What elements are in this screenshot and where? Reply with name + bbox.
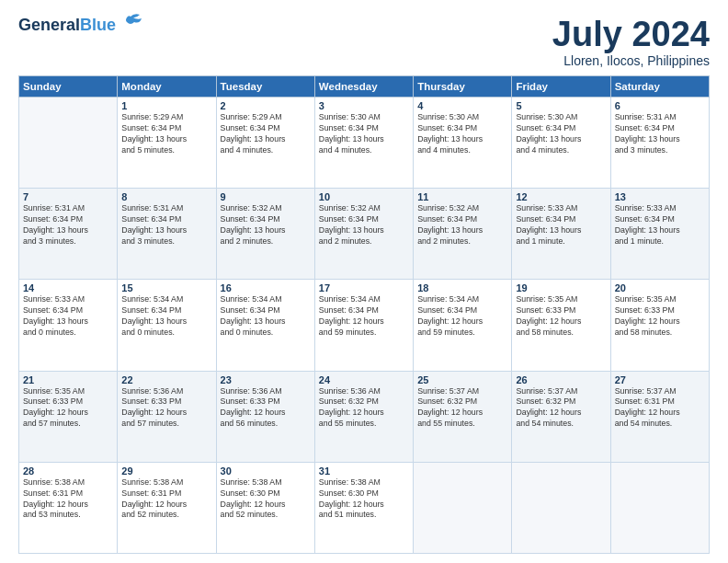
day-info: Sunrise: 5:32 AM Sunset: 6:34 PM Dayligh… [319, 203, 409, 247]
day-number: 17 [319, 282, 409, 293]
calendar-day-cell: 23Sunrise: 5:36 AM Sunset: 6:33 PM Dayli… [216, 371, 314, 462]
day-number: 30 [221, 465, 311, 477]
weekday-header: Monday [118, 76, 216, 98]
calendar-day-cell: 15Sunrise: 5:34 AM Sunset: 6:34 PM Dayli… [118, 280, 216, 371]
calendar-day-cell: 25Sunrise: 5:37 AM Sunset: 6:32 PM Dayli… [414, 371, 512, 462]
page-header: GeneralBlue July 2024 Lloren, Ilocos, Ph… [18, 17, 710, 68]
calendar-day-cell: 14Sunrise: 5:33 AM Sunset: 6:34 PM Dayli… [19, 280, 118, 371]
day-info: Sunrise: 5:34 AM Sunset: 6:34 PM Dayligh… [221, 294, 311, 339]
calendar-day-cell [414, 462, 512, 553]
calendar-table: SundayMondayTuesdayWednesdayThursdayFrid… [18, 75, 710, 554]
day-info: Sunrise: 5:38 AM Sunset: 6:31 PM Dayligh… [23, 477, 113, 522]
calendar-day-cell: 11Sunrise: 5:32 AM Sunset: 6:34 PM Dayli… [414, 189, 512, 280]
day-info: Sunrise: 5:37 AM Sunset: 6:32 PM Dayligh… [417, 386, 507, 431]
calendar-day-cell: 5Sunrise: 5:30 AM Sunset: 6:34 PM Daylig… [512, 98, 610, 189]
calendar-week-row: 7Sunrise: 5:31 AM Sunset: 6:34 PM Daylig… [19, 189, 710, 280]
weekday-header: Friday [512, 76, 610, 98]
calendar-day-cell: 7Sunrise: 5:31 AM Sunset: 6:34 PM Daylig… [19, 189, 118, 280]
day-info: Sunrise: 5:33 AM Sunset: 6:34 PM Dayligh… [516, 203, 606, 247]
calendar-day-cell: 4Sunrise: 5:30 AM Sunset: 6:34 PM Daylig… [414, 98, 512, 189]
calendar-day-cell: 12Sunrise: 5:33 AM Sunset: 6:34 PM Dayli… [512, 189, 610, 280]
day-number: 15 [121, 282, 211, 293]
day-number: 21 [23, 374, 113, 385]
day-number: 20 [615, 282, 705, 293]
day-number: 16 [221, 282, 311, 293]
day-number: 4 [417, 100, 507, 111]
calendar-day-cell: 13Sunrise: 5:33 AM Sunset: 6:34 PM Dayli… [610, 189, 709, 280]
day-number: 29 [121, 465, 211, 477]
day-info: Sunrise: 5:35 AM Sunset: 6:33 PM Dayligh… [516, 294, 606, 339]
day-number: 28 [23, 465, 113, 477]
calendar-day-cell: 28Sunrise: 5:38 AM Sunset: 6:31 PM Dayli… [19, 462, 118, 553]
day-info: Sunrise: 5:38 AM Sunset: 6:31 PM Dayligh… [121, 477, 211, 522]
weekday-header: Wednesday [314, 76, 413, 98]
logo-text: GeneralBlue [18, 17, 116, 35]
day-number: 1 [121, 100, 211, 111]
day-info: Sunrise: 5:32 AM Sunset: 6:34 PM Dayligh… [221, 203, 311, 247]
calendar-day-cell [19, 98, 118, 189]
day-info: Sunrise: 5:36 AM Sunset: 6:33 PM Dayligh… [221, 386, 311, 431]
day-info: Sunrise: 5:36 AM Sunset: 6:32 PM Dayligh… [319, 386, 409, 431]
calendar-day-cell: 9Sunrise: 5:32 AM Sunset: 6:34 PM Daylig… [216, 189, 314, 280]
calendar-day-cell: 21Sunrise: 5:35 AM Sunset: 6:33 PM Dayli… [19, 371, 118, 462]
day-info: Sunrise: 5:34 AM Sunset: 6:34 PM Dayligh… [417, 294, 507, 339]
day-info: Sunrise: 5:32 AM Sunset: 6:34 PM Dayligh… [417, 203, 507, 247]
weekday-header: Saturday [610, 76, 709, 98]
day-number: 8 [121, 191, 211, 202]
day-info: Sunrise: 5:33 AM Sunset: 6:34 PM Dayligh… [615, 203, 705, 247]
day-number: 19 [516, 282, 606, 293]
day-number: 9 [221, 191, 311, 202]
day-number: 23 [221, 374, 311, 385]
calendar-day-cell: 10Sunrise: 5:32 AM Sunset: 6:34 PM Dayli… [314, 189, 413, 280]
day-number: 24 [319, 374, 409, 385]
day-number: 3 [319, 100, 409, 111]
month-title: July 2024 [552, 17, 710, 52]
day-info: Sunrise: 5:38 AM Sunset: 6:30 PM Dayligh… [319, 477, 409, 522]
day-info: Sunrise: 5:34 AM Sunset: 6:34 PM Dayligh… [319, 294, 409, 339]
calendar-week-row: 21Sunrise: 5:35 AM Sunset: 6:33 PM Dayli… [19, 371, 710, 462]
day-info: Sunrise: 5:35 AM Sunset: 6:33 PM Dayligh… [615, 294, 705, 339]
calendar-day-cell: 24Sunrise: 5:36 AM Sunset: 6:32 PM Dayli… [314, 371, 413, 462]
calendar-header-row: SundayMondayTuesdayWednesdayThursdayFrid… [19, 76, 710, 98]
day-number: 31 [319, 465, 409, 477]
day-number: 2 [221, 100, 311, 111]
day-info: Sunrise: 5:33 AM Sunset: 6:34 PM Dayligh… [23, 294, 113, 339]
logo-bird-icon [118, 13, 143, 33]
calendar-day-cell: 2Sunrise: 5:29 AM Sunset: 6:34 PM Daylig… [216, 98, 314, 189]
calendar-day-cell: 19Sunrise: 5:35 AM Sunset: 6:33 PM Dayli… [512, 280, 610, 371]
calendar-day-cell: 27Sunrise: 5:37 AM Sunset: 6:31 PM Dayli… [610, 371, 709, 462]
day-info: Sunrise: 5:37 AM Sunset: 6:32 PM Dayligh… [516, 386, 606, 431]
calendar-day-cell: 18Sunrise: 5:34 AM Sunset: 6:34 PM Dayli… [414, 280, 512, 371]
day-info: Sunrise: 5:31 AM Sunset: 6:34 PM Dayligh… [121, 203, 211, 247]
calendar-day-cell: 16Sunrise: 5:34 AM Sunset: 6:34 PM Dayli… [216, 280, 314, 371]
day-number: 14 [23, 282, 113, 293]
calendar-day-cell: 3Sunrise: 5:30 AM Sunset: 6:34 PM Daylig… [314, 98, 413, 189]
weekday-header: Sunday [19, 76, 118, 98]
day-number: 7 [23, 191, 113, 202]
calendar-day-cell: 29Sunrise: 5:38 AM Sunset: 6:31 PM Dayli… [118, 462, 216, 553]
day-number: 10 [319, 191, 409, 202]
calendar-week-row: 28Sunrise: 5:38 AM Sunset: 6:31 PM Dayli… [19, 462, 710, 553]
day-number: 13 [615, 191, 705, 202]
calendar-week-row: 14Sunrise: 5:33 AM Sunset: 6:34 PM Dayli… [19, 280, 710, 371]
calendar-day-cell: 22Sunrise: 5:36 AM Sunset: 6:33 PM Dayli… [118, 371, 216, 462]
day-info: Sunrise: 5:35 AM Sunset: 6:33 PM Dayligh… [23, 386, 113, 431]
calendar-week-row: 1Sunrise: 5:29 AM Sunset: 6:34 PM Daylig… [19, 98, 710, 189]
day-info: Sunrise: 5:36 AM Sunset: 6:33 PM Dayligh… [121, 386, 211, 431]
title-block: July 2024 Lloren, Ilocos, Philippines [552, 17, 710, 68]
calendar-day-cell: 8Sunrise: 5:31 AM Sunset: 6:34 PM Daylig… [118, 189, 216, 280]
day-info: Sunrise: 5:29 AM Sunset: 6:34 PM Dayligh… [221, 112, 311, 156]
calendar-day-cell [512, 462, 610, 553]
day-number: 18 [417, 282, 507, 293]
day-number: 5 [516, 100, 606, 111]
day-info: Sunrise: 5:29 AM Sunset: 6:34 PM Dayligh… [121, 112, 211, 156]
day-number: 6 [615, 100, 705, 111]
day-number: 27 [615, 374, 705, 385]
calendar-day-cell: 17Sunrise: 5:34 AM Sunset: 6:34 PM Dayli… [314, 280, 413, 371]
calendar-day-cell: 26Sunrise: 5:37 AM Sunset: 6:32 PM Dayli… [512, 371, 610, 462]
day-info: Sunrise: 5:34 AM Sunset: 6:34 PM Dayligh… [121, 294, 211, 339]
day-info: Sunrise: 5:37 AM Sunset: 6:31 PM Dayligh… [615, 386, 705, 431]
day-number: 22 [121, 374, 211, 385]
calendar-day-cell: 20Sunrise: 5:35 AM Sunset: 6:33 PM Dayli… [610, 280, 709, 371]
weekday-header: Thursday [414, 76, 512, 98]
